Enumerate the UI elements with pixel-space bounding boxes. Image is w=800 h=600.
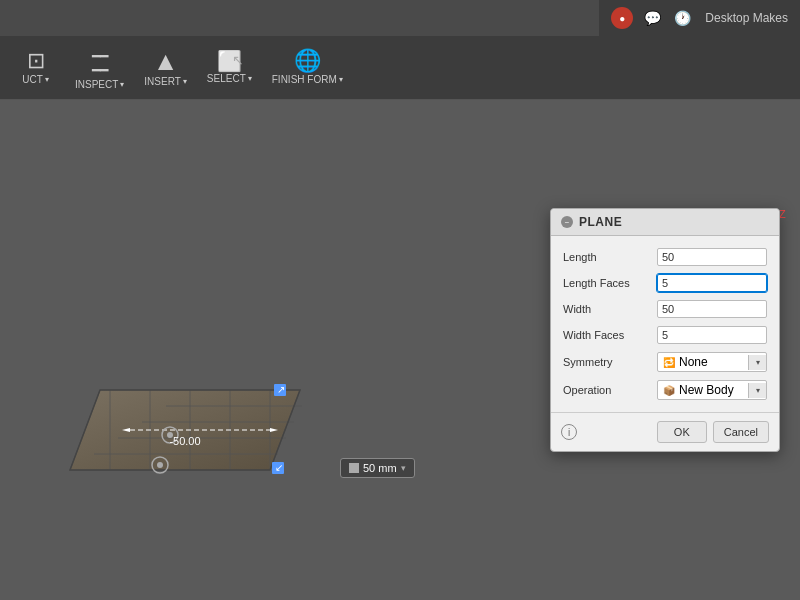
length-faces-input-wrap: ▾ [657, 274, 767, 292]
symmetry-select-inner: 🔁 None [658, 353, 748, 371]
insert-label: INSERT ▾ [144, 76, 187, 87]
select-arrow: ▾ [248, 74, 252, 83]
nav-item-inspect[interactable]: ━━━━ INSPECT ▾ [67, 41, 132, 94]
operation-value: New Body [679, 383, 734, 397]
nav-item-finish-form[interactable]: 🌐 FINISH FORM ▾ [264, 46, 351, 89]
svg-text:↗: ↗ [277, 384, 285, 395]
toolbar-right: ● 💬 🕐 Desktop Makes [599, 0, 800, 36]
dimension-label: 50 mm ▾ [340, 458, 415, 478]
cancel-button[interactable]: Cancel [713, 421, 769, 443]
operation-select-wrap: 📦 New Body ▾ [657, 380, 767, 400]
plane-dialog: − PLANE Length ▾ Length Faces ▾ [550, 208, 780, 452]
product-label: UCT ▾ [22, 74, 49, 85]
select-icon: ⬜ ↖ [217, 51, 242, 71]
operation-label: Operation [563, 384, 653, 396]
inspect-label: INSPECT ▾ [75, 79, 124, 90]
width-faces-label: Width Faces [563, 329, 653, 341]
width-faces-row: Width Faces ▾ [555, 322, 775, 348]
plane-visualization: ↗ ↙ -50.00 [40, 280, 340, 510]
symmetry-select-wrap: 🔁 None ▾ [657, 352, 767, 372]
length-faces-label: Length Faces [563, 277, 653, 289]
svg-point-23 [157, 462, 163, 468]
length-faces-row: Length Faces ▾ [555, 270, 775, 296]
dim-color-swatch [349, 463, 359, 473]
svg-text:-50.00: -50.00 [169, 435, 200, 447]
insert-icon: ▲ [153, 48, 179, 74]
symmetry-dropdown-btn[interactable]: ▾ [748, 355, 766, 370]
svg-marker-2 [70, 390, 300, 470]
clock-button[interactable]: 🕐 [671, 7, 693, 29]
chat-button[interactable]: 💬 [641, 7, 663, 29]
dimension-value: 50 mm [363, 462, 397, 474]
nav-item-insert[interactable]: ▲ INSERT ▾ [136, 44, 195, 91]
width-input-wrap: ▾ [657, 300, 767, 318]
symmetry-icon: 🔁 [662, 355, 676, 369]
dialog-body: Length ▾ Length Faces ▾ Width ▾ [551, 236, 779, 412]
length-faces-input[interactable] [658, 275, 767, 291]
inspect-arrow: ▾ [120, 80, 124, 89]
footer-buttons: OK Cancel [657, 421, 769, 443]
symmetry-row: Symmetry 🔁 None ▾ [555, 348, 775, 376]
symmetry-label: Symmetry [563, 356, 653, 368]
operation-select-inner: 📦 New Body [658, 381, 748, 399]
symmetry-value: None [679, 355, 708, 369]
length-row: Length ▾ [555, 244, 775, 270]
operation-row: Operation 📦 New Body ▾ [555, 376, 775, 404]
canvas-area: Z [0, 100, 800, 600]
insert-arrow: ▾ [183, 77, 187, 86]
width-faces-input[interactable] [658, 327, 767, 343]
operation-dropdown-btn[interactable]: ▾ [748, 383, 766, 398]
dialog-header: − PLANE [551, 209, 779, 236]
finish-form-arrow: ▾ [339, 75, 343, 84]
length-input-wrap: ▾ [657, 248, 767, 266]
product-icon: ⊡ [27, 50, 45, 72]
width-faces-input-wrap: ▾ [657, 326, 767, 344]
nav-item-select[interactable]: ⬜ ↖ SELECT ▾ [199, 47, 260, 88]
dialog-close-button[interactable]: − [561, 216, 573, 228]
length-label: Length [563, 251, 653, 263]
ok-button[interactable]: OK [657, 421, 707, 443]
dimension-dropdown-arrow[interactable]: ▾ [401, 463, 406, 473]
dialog-title: PLANE [579, 215, 622, 229]
dialog-footer: i OK Cancel [551, 412, 779, 451]
app-title: Desktop Makes [705, 11, 788, 25]
length-input[interactable] [658, 249, 767, 265]
svg-text:Z: Z [779, 208, 786, 220]
nav-item-product[interactable]: ⊡ UCT ▾ [8, 46, 63, 89]
info-button[interactable]: i [561, 424, 577, 440]
inspect-icon: ━━━━ [92, 49, 108, 77]
width-input[interactable] [658, 301, 767, 317]
select-label: SELECT ▾ [207, 73, 252, 84]
toolbar-nav: ⊡ UCT ▾ ━━━━ INSPECT ▾ ▲ INSERT ▾ ⬜ ↖ SE… [0, 36, 800, 100]
svg-text:↙: ↙ [275, 462, 283, 473]
product-arrow: ▾ [45, 75, 49, 84]
finish-form-icon: 🌐 [294, 50, 321, 72]
operation-icon: 📦 [662, 383, 676, 397]
record-button[interactable]: ● [611, 7, 633, 29]
finish-form-label: FINISH FORM ▾ [272, 74, 343, 85]
width-label: Width [563, 303, 653, 315]
width-row: Width ▾ [555, 296, 775, 322]
